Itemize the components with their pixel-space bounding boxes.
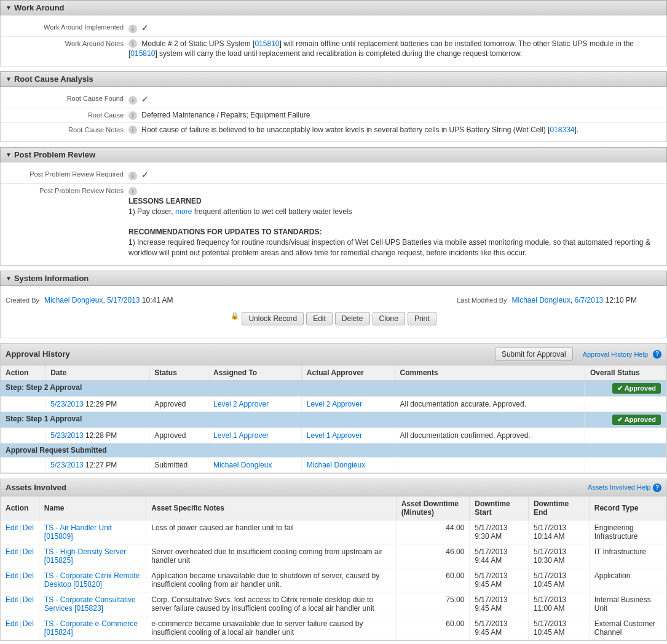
asset-2-name-link[interactable]: TS - High-Density Server [015825] (44, 547, 126, 565)
assets-header-row: Action Name Asset Specific Notes Asset D… (1, 496, 666, 520)
asset-4-notes: Corp. Consultative Svcs. lost access to … (146, 592, 396, 616)
delete-button[interactable]: Delete (335, 312, 370, 325)
asset-4-del[interactable]: Del (23, 595, 34, 604)
assets-col-type: Record Type (589, 496, 666, 520)
system-info-header[interactable]: ▼ System Information (0, 271, 667, 286)
info-icon-required: i (128, 172, 137, 180)
row2-date-link[interactable]: 5/23/2013 (50, 431, 83, 440)
asset-3-action: Edit|Del (1, 568, 39, 592)
row1-date-link[interactable]: 5/23/2013 (50, 400, 83, 408)
info-icon-cause: i (128, 111, 137, 120)
root-cause-notes-value: i Root cause of failure is believed to b… (128, 125, 661, 135)
workaround-header[interactable]: ▼ Work Around (0, 0, 667, 15)
modified-by-time: 12:10 PM (606, 296, 637, 304)
system-info-section: ▼ System Information Created By Michael … (0, 271, 667, 338)
assets-help-container: Assets Involved Help ? (588, 483, 661, 492)
asset-2-start: 5/17/2013 9:44 AM (470, 544, 529, 568)
created-by-date-link[interactable]: 5/17/2013 (107, 296, 140, 304)
workaround-implemented-value: i ✓ (128, 22, 661, 34)
recommendations-heading: RECOMMENDATIONS FOR UPDATES TO STANDARDS… (128, 228, 322, 236)
edit-button[interactable]: Edit (306, 312, 333, 325)
approval-history-section: Approval History Submit for Approval App… (0, 343, 667, 474)
assets-help-link[interactable]: Assets Involved Help (588, 483, 651, 491)
created-by-name-link[interactable]: Michael Dongieux (44, 296, 103, 304)
submit-for-approval-button[interactable]: Submit for Approval (495, 348, 573, 361)
asset-2-name: TS - High-Density Server [015825] (39, 544, 146, 568)
clone-button[interactable]: Clone (373, 312, 405, 325)
approval-history-controls: Submit for Approval Approval History Hel… (495, 348, 661, 361)
print-button[interactable]: Print (408, 312, 436, 325)
col-overall-status: Overall Status (585, 365, 666, 381)
root-cause-header[interactable]: ▼ Root Cause Analysis (0, 71, 667, 87)
approval-history-help-link[interactable]: Approval History Help (583, 351, 648, 358)
asset-1-downtime: 44.00 (396, 520, 470, 544)
asset-5-start: 5/17/2013 9:45 AM (470, 616, 529, 640)
col-status: Status (149, 365, 208, 381)
link-018334[interactable]: 018334 (550, 125, 574, 134)
asset-5-action: Edit|Del (1, 616, 39, 640)
asset-1-end: 5/17/2013 10:14 AM (528, 520, 589, 544)
link-015810-1[interactable]: 015810 (255, 39, 279, 48)
asset-1-name-link[interactable]: TS - Air Handler Unit [015809] (44, 523, 112, 541)
row2-actual-link[interactable]: Level 1 Approver (307, 431, 362, 440)
row2-actual: Level 1 Approver (301, 427, 395, 443)
approval-history-help-icon[interactable]: ? (653, 350, 661, 359)
asset-4-name-link[interactable]: TS - Corporate Consultative Services [01… (44, 595, 136, 613)
asset-4-downtime: 75.00 (396, 592, 470, 616)
row3-actual: Michael Dongieux (301, 457, 395, 472)
post-problem-body: Post Problem Review Required i ✓ Post Pr… (0, 162, 667, 265)
modified-by-label: Last Modified By (457, 296, 507, 304)
asset-3-notes: Application became unavailable due to sh… (146, 568, 396, 592)
info-icon-post-notes: i (128, 187, 137, 196)
asset-1-name: TS - Air Handler Unit [015809] (39, 520, 146, 544)
asset-3-name-link[interactable]: TS - Corporate Citrix Remote Desktop [01… (44, 571, 140, 589)
modified-by-date-link[interactable]: 6/7/2013 (575, 296, 604, 304)
lessons-learned-text: 1) Pay closer, more frequent attention t… (128, 207, 661, 217)
asset-5-name-link[interactable]: TS - Corporate e-Commerce [015824] (44, 619, 138, 637)
asset-4-start: 5/17/2013 9:45 AM (470, 592, 529, 616)
asset-5-del[interactable]: Del (23, 619, 34, 628)
assets-header: Assets Involved Assets Involved Help ? (1, 479, 666, 496)
asset-1-del[interactable]: Del (23, 523, 34, 532)
modified-by-name-link[interactable]: Michael Dongieux (512, 296, 570, 304)
row3-actual-link[interactable]: Michael Dongieux (307, 461, 365, 469)
asset-3-edit[interactable]: Edit (6, 571, 18, 580)
asset-row-1: Edit|Del TS - Air Handler Unit [015809] … (1, 520, 666, 544)
row1-actual-link[interactable]: Level 2 Approver (307, 400, 362, 408)
post-problem-section: ▼ Post Problem Review Post Problem Revie… (0, 147, 667, 265)
asset-1-type: Engineering Infrastructure (589, 520, 666, 544)
root-cause-row: Root Cause i Deferred Maintenance / Repa… (1, 108, 666, 123)
post-problem-title: Post Problem Review (14, 150, 95, 159)
asset-2-del[interactable]: Del (23, 547, 34, 556)
post-problem-notes-row: Post Problem Review Notes i LESSONS LEAR… (1, 184, 666, 260)
asset-2-edit[interactable]: Edit (6, 547, 18, 556)
row1-assigned-link[interactable]: Level 2 Approver (213, 400, 269, 408)
asset-1-notes: Loss of power caused air handler unit to… (146, 520, 396, 544)
asset-4-edit[interactable]: Edit (6, 595, 18, 604)
post-problem-required-label: Post Problem Review Required (6, 169, 128, 178)
asset-1-edit[interactable]: Edit (6, 523, 18, 532)
row3-date: 5/23/2013 12:27 PM (45, 457, 149, 472)
col-assigned-to: Assigned To (208, 365, 302, 381)
step-2-overall-status: ✔ Approved (585, 380, 666, 396)
system-info-body: Created By Michael Dongieux, 5/17/2013 1… (0, 286, 667, 338)
row3-assigned-link[interactable]: Michael Dongieux (213, 461, 272, 469)
workaround-notes-value: i Module # 2 of Static UPS System [01581… (128, 39, 661, 60)
root-cause-label: Root Cause (6, 110, 128, 119)
row3-date-link[interactable]: 5/23/2013 (50, 461, 83, 469)
root-cause-title: Root Cause Analysis (14, 74, 93, 84)
created-by-field: Created By Michael Dongieux, 5/17/2013 1… (6, 296, 173, 304)
workaround-implemented-check: ✓ (141, 23, 149, 33)
workaround-notes-text: Module # 2 of Static UPS System [015810]… (128, 39, 634, 58)
row2-assigned-link[interactable]: Level 1 Approver (213, 431, 269, 440)
post-problem-notes-text: LESSONS LEARNED 1) Pay closer, more freq… (128, 196, 661, 258)
asset-5-edit[interactable]: Edit (6, 619, 18, 628)
asset-4-end: 5/17/2013 11:00 AM (528, 592, 589, 616)
asset-3-del[interactable]: Del (23, 571, 34, 580)
post-problem-header[interactable]: ▼ Post Problem Review (0, 147, 667, 162)
step-2-label: Step: Step 2 Approval (1, 380, 585, 396)
assets-help-icon[interactable]: ? (653, 483, 661, 492)
link-015810-2[interactable]: 015810 (130, 49, 155, 58)
unlock-record-button[interactable]: Unlock Record (242, 312, 304, 325)
root-cause-found-label: Root Cause Found (6, 93, 128, 102)
